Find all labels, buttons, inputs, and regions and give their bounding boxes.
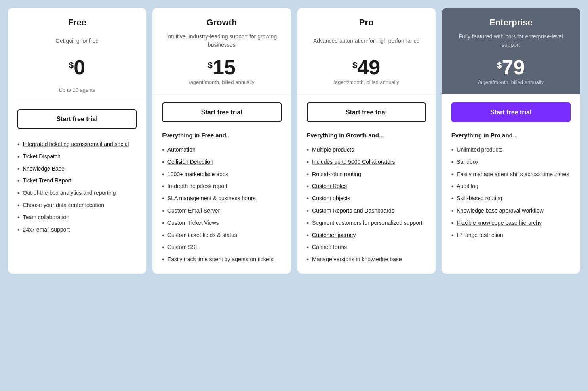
feature-item-enterprise-4: Skill-based routing [451,193,571,205]
feature-item-free-4: Out-of-the-box analytics and reporting [17,187,137,199]
feature-item-free-1: Ticket Dispatch [17,151,137,163]
feature-item-enterprise-0: Unlimited products [451,144,571,156]
feature-text-enterprise-3: Audit log [457,182,478,190]
price-amount-free: 0 [74,57,85,78]
feature-text-enterprise-7: IP range restriction [457,232,503,239]
plan-title-enterprise: Enterprise [451,17,571,28]
feature-item-growth-1: Collision Detection [162,156,281,169]
feature-text-enterprise-2: Easily manage agent shifts across time z… [457,171,569,178]
cta-button-pro[interactable]: Start free trial [307,102,426,122]
feature-link-pro-7[interactable]: Customer journey [312,232,356,239]
everything-label-pro: Everything in Growth and... [307,132,426,139]
plan-description-growth: Intuitive, industry-leading support for … [162,32,281,49]
feature-list-enterprise: Unlimited products Sandbox Easily manage… [451,144,571,241]
plan-title-pro: Pro [307,17,426,28]
feature-item-pro-9: Manage versions in knowledge base [307,254,426,266]
everything-label-enterprise: Everything in Pro and... [451,132,571,139]
feature-item-free-2: Knowledge Base [17,163,137,175]
feature-text-growth-5: Custom Email Server [167,207,220,215]
feature-link-pro-1[interactable]: Includes up to 5000 Collaborators [312,158,395,166]
everything-label-growth: Everything in Free and... [162,132,281,139]
plan-body-free: Start free trial Integrated ticketing ac… [8,101,146,274]
plan-price-growth: $ 15 [162,57,281,78]
feature-item-enterprise-3: Audit log [451,180,571,193]
feature-item-pro-3: Custom Roles [307,180,426,193]
feature-link-free-0[interactable]: Integrated ticketing across email and so… [23,140,129,148]
feature-item-enterprise-7: IP range restriction [451,230,571,242]
feature-item-enterprise-2: Easily manage agent shifts across time z… [451,169,571,181]
plan-card-free: Free Get going for free $ 0 Up to 10 age… [8,8,146,274]
feature-item-growth-6: Custom Ticket Views [162,217,281,230]
plan-description-free: Get going for free [17,32,137,49]
plan-title-growth: Growth [162,17,281,28]
cta-button-free[interactable]: Start free trial [17,109,137,129]
feature-item-free-6: Team collaboration [17,212,137,224]
price-billing-enterprise: /agent/month, billed annually [451,79,571,86]
feature-item-growth-3: In-depth helpdesk report [162,180,281,193]
feature-item-enterprise-6: Flexible knowledge base hierarchy [451,217,571,230]
feature-text-enterprise-1: Sandbox [457,158,478,166]
plan-price-free: $ 0 [17,57,137,78]
feature-text-free-7: 24x7 email support [23,226,70,234]
feature-item-growth-4: SLA management & business hours [162,193,281,205]
feature-item-growth-0: Automation [162,144,281,156]
feature-item-pro-6: Segment customers for personalized suppo… [307,217,426,230]
feature-text-growth-7: Custom ticket fields & status [167,232,237,239]
feature-link-pro-4[interactable]: Custom objects [312,195,350,203]
plan-description-enterprise: Fully featured with bots for enterprise-… [451,32,571,49]
feature-link-growth-1[interactable]: Collision Detection [167,158,213,166]
feature-item-pro-0: Multiple products [307,144,426,156]
plan-description-pro: Advanced automation for high performance [307,32,426,49]
feature-link-pro-2[interactable]: Round-robin routing [312,171,361,178]
feature-link-pro-5[interactable]: Custom Reports and Dashboards [312,207,394,215]
plan-header-enterprise: Enterprise Fully featured with bots for … [442,8,580,95]
feature-item-free-3: Ticket Trend Report [17,175,137,187]
price-currency-enterprise: $ [497,60,502,70]
feature-item-pro-7: Customer journey [307,230,426,242]
feature-item-growth-2: 1000+ marketplace apps [162,169,281,181]
feature-link-pro-3[interactable]: Custom Roles [312,182,347,190]
feature-link-growth-4[interactable]: SLA management & business hours [167,195,256,203]
cta-button-growth[interactable]: Start free trial [162,102,281,122]
feature-link-enterprise-5[interactable]: Knowledge base approval workflow [457,207,543,215]
feature-list-pro: Multiple products Includes up to 5000 Co… [307,144,426,266]
price-amount-enterprise: 79 [502,57,525,78]
price-billing-growth: /agent/month, billed annually [162,79,281,86]
feature-text-free-5: Choose your data center location [23,201,104,209]
feature-item-free-5: Choose your data center location [17,199,137,212]
feature-text-pro-6: Segment customers for personalized suppo… [312,219,422,227]
feature-link-enterprise-4[interactable]: Skill-based routing [457,195,502,203]
price-currency-growth: $ [208,60,213,70]
price-amount-growth: 15 [213,57,236,78]
feature-item-pro-8: Canned forms [307,241,426,254]
feature-link-free-2[interactable]: Knowledge Base [23,165,65,173]
price-billing-free [17,79,137,86]
feature-link-growth-2[interactable]: 1000+ marketplace apps [167,171,228,178]
cta-button-enterprise[interactable]: Start free trial [451,102,571,122]
feature-text-pro-8: Canned forms [312,243,347,251]
price-billing-pro: /agent/month, billed annually [307,79,426,86]
feature-link-free-1[interactable]: Ticket Dispatch [23,153,61,161]
plan-body-pro: Start free trial Everything in Growth an… [297,95,436,274]
plan-body-growth: Start free trial Everything in Free and.… [152,95,291,274]
feature-item-pro-1: Includes up to 5000 Collaborators [307,156,426,169]
feature-text-growth-8: Custom SSL [167,243,199,251]
pricing-grid: Free Get going for free $ 0 Up to 10 age… [8,8,580,274]
price-sub-free: Up to 10 agents [17,87,137,93]
feature-item-enterprise-1: Sandbox [451,156,571,169]
feature-text-free-6: Team collaboration [23,214,70,222]
feature-item-growth-9: Easily track time spent by agents on tic… [162,254,281,266]
feature-text-pro-9: Manage versions in knowledge base [312,256,402,264]
feature-text-free-4: Out-of-the-box analytics and reporting [23,189,116,197]
feature-link-free-3[interactable]: Ticket Trend Report [23,177,71,185]
feature-link-growth-0[interactable]: Automation [167,146,196,154]
feature-link-pro-0[interactable]: Multiple products [312,146,354,154]
feature-item-growth-7: Custom ticket fields & status [162,230,281,242]
feature-item-growth-8: Custom SSL [162,241,281,254]
price-currency-pro: $ [352,60,357,70]
feature-link-enterprise-6[interactable]: Flexible knowledge base hierarchy [457,219,542,227]
plan-card-growth: Growth Intuitive, industry-leading suppo… [152,8,291,274]
feature-list-free: Integrated ticketing across email and so… [17,139,137,236]
feature-item-enterprise-5: Knowledge base approval workflow [451,205,571,217]
plan-price-pro: $ 49 [307,57,426,78]
